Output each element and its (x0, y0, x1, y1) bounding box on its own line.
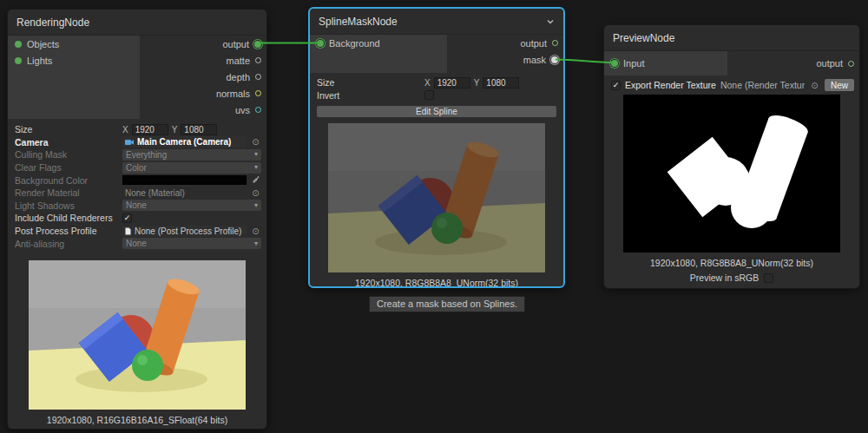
mask-node-preview-image (328, 123, 545, 272)
port-background[interactable] (317, 40, 324, 47)
rendering-node[interactable]: RenderingNode Objects Lights output (7, 9, 267, 430)
preview-node-title-bar[interactable]: PreviewNode (604, 25, 859, 51)
port-objects[interactable] (15, 41, 22, 48)
chevron-down-icon: ▾ (254, 202, 258, 209)
camera-label: Camera (15, 137, 122, 148)
chevron-down-icon: ▾ (254, 240, 258, 247)
port-output-label: output (816, 58, 843, 69)
port-row: Input (604, 51, 727, 75)
port-matte-label: matte (226, 56, 250, 66)
chevron-down-icon: ▾ (254, 151, 258, 158)
port-depth[interactable] (255, 74, 261, 80)
spline-mask-node[interactable]: SplineMaskNode Background output mask (308, 7, 565, 288)
anti-aliasing-row: Anti-aliasing None ▾ (15, 237, 261, 250)
light-shadows-value: None (126, 200, 147, 210)
export-render-texture-checkbox[interactable] (611, 81, 621, 90)
port-row: output (433, 35, 563, 51)
post-process-profile-value: None (Post Process Profile) (135, 226, 241, 236)
spline-mask-node-title-bar[interactable]: SplineMaskNode (310, 9, 563, 35)
port-normals[interactable] (255, 90, 261, 96)
invert-checkbox[interactable] (424, 90, 434, 100)
render-material-value: None (Material) (125, 188, 185, 198)
export-render-texture-value: None (Render Texture) (720, 80, 805, 90)
size-x-input[interactable]: 1920 (434, 77, 470, 89)
size-y-input[interactable]: 1080 (483, 77, 519, 89)
object-picker-icon[interactable] (250, 137, 261, 147)
camera-object-field[interactable]: Main Camera (Camera) (122, 136, 247, 148)
chevron-down-icon: ▾ (254, 164, 258, 171)
include-child-renderers-checkbox[interactable] (122, 213, 132, 223)
camera-row: Camera Main Camera (Camera) (15, 136, 261, 149)
port-depth-label: depth (226, 72, 250, 82)
culling-mask-label: Culling Mask (15, 149, 122, 160)
preview-srgb-checkbox[interactable] (764, 273, 773, 283)
size-x-label: X (122, 125, 128, 134)
size-label: Size (317, 77, 424, 88)
post-process-profile-label: Post Process Profile (15, 226, 122, 236)
size-row: Size X 1920 Y 1080 (15, 123, 261, 136)
port-input[interactable] (611, 60, 618, 67)
node-graph-canvas[interactable]: RenderingNode Objects Lights output (0, 0, 868, 433)
port-mask[interactable] (551, 56, 558, 63)
invert-label: Invert (317, 90, 424, 101)
invert-row: Invert (317, 89, 558, 102)
port-output[interactable] (552, 40, 558, 46)
render-material-row: Render Material None (Material) (15, 187, 261, 200)
output-port-container: output matte depth normals uvs (136, 36, 266, 118)
eyedropper-icon (250, 175, 261, 185)
culling-mask-dropdown: Everything ▾ (122, 149, 261, 161)
port-objects-label: Objects (27, 39, 59, 49)
render-material-label: Render Material (15, 187, 122, 198)
port-row: Background (310, 35, 447, 51)
port-section: Background output mask (310, 35, 563, 73)
clear-flags-value: Color (126, 163, 147, 173)
include-child-renderers-label: Include Child Renderers (15, 213, 122, 223)
background-color-label: Background Color (15, 175, 122, 186)
mask-preview-image (623, 95, 840, 253)
chevron-down-icon[interactable] (546, 17, 555, 26)
port-lights[interactable] (15, 57, 22, 64)
input-port-container: Background (310, 35, 447, 73)
port-normals-label: normals (216, 89, 250, 99)
size-x-label: X (424, 78, 431, 88)
preview-srgb-label: Preview in sRGB (690, 272, 759, 283)
rendering-node-title-bar[interactable]: RenderingNode (8, 10, 266, 36)
port-matte[interactable] (255, 57, 261, 63)
preview-srgb-row: Preview in sRGB (604, 272, 859, 283)
port-uvs-label: uvs (235, 105, 250, 115)
post-process-profile-field[interactable]: None (Post Process Profile) (122, 226, 247, 237)
clear-flags-dropdown: Color ▾ (122, 162, 261, 174)
port-row: uvs (136, 102, 266, 118)
size-label: Size (15, 124, 122, 134)
preview-caption: 1920x1080, R16G16B16A16_SFloat(64 bits) (8, 415, 266, 425)
light-shadows-dropdown: None ▾ (122, 200, 261, 211)
port-row: Lights (8, 52, 140, 69)
port-output[interactable] (848, 61, 854, 67)
include-child-renderers-row: Include Child Renderers (15, 212, 261, 225)
export-render-texture-label: Export Render Texture (625, 80, 716, 90)
node-title: PreviewNode (613, 32, 851, 44)
export-render-texture-row: Export Render Texture None (Render Textu… (604, 75, 859, 91)
port-uvs[interactable] (255, 107, 261, 113)
edit-spline-button[interactable]: Edit Spline (317, 106, 556, 117)
input-port-container: Input (604, 51, 727, 75)
object-picker-icon[interactable] (250, 226, 261, 236)
size-row: Size X 1920 Y 1080 (317, 76, 558, 89)
port-row: Objects (8, 36, 140, 52)
port-input-label: Input (623, 58, 644, 69)
preview-node[interactable]: PreviewNode Input output Export Render T… (603, 24, 860, 289)
output-port-container: output mask (433, 35, 563, 68)
clear-flags-label: Clear Flags (15, 162, 122, 173)
object-picker-icon (250, 188, 261, 198)
new-button[interactable]: New (825, 79, 854, 91)
light-shadows-label: Light Shadows (15, 200, 122, 211)
size-y-input[interactable]: 1080 (181, 124, 217, 135)
background-color-row: Background Color (15, 174, 261, 187)
object-picker-icon[interactable] (809, 81, 820, 90)
port-lights-label: Lights (27, 56, 52, 66)
post-process-profile-row: Post Process Profile None (Post Process … (15, 225, 261, 238)
preview-caption: 1920x1080, R8G8B8A8_UNorm(32 bits) (604, 258, 859, 268)
input-port-container: Objects Lights (8, 36, 140, 119)
size-x-input[interactable]: 1920 (132, 124, 168, 135)
port-output[interactable] (254, 41, 261, 48)
